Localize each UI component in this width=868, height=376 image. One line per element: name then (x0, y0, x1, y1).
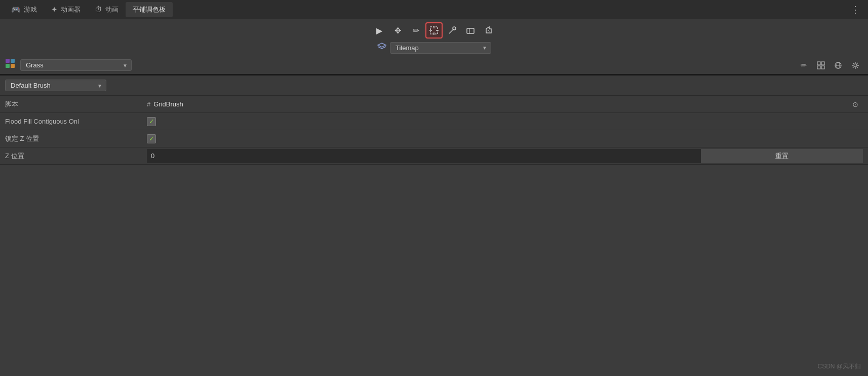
edit-brush-button[interactable]: ✏ (796, 58, 811, 72)
svg-rect-15 (821, 62, 824, 65)
script-row: 脚本 # GridBrush ⊙ (0, 96, 868, 113)
svg-marker-9 (378, 43, 386, 47)
lock-z-checkbox[interactable]: ✓ (147, 134, 156, 143)
tilemap-row: Tilemap ▼ (377, 42, 491, 54)
select-tool-button[interactable]: ▶ (371, 22, 388, 39)
flood-fill-value: ✓ (147, 117, 863, 126)
tab-tilemap-label: 平铺调色板 (133, 5, 166, 14)
svg-rect-14 (817, 62, 820, 65)
tab-animation-label: 动画 (105, 5, 119, 14)
lock-z-label: 锁定 Z 位置 (5, 134, 147, 143)
script-value: # GridBrush (147, 100, 848, 108)
grid-view-icon (817, 61, 825, 69)
pick-tool-button[interactable] (444, 22, 461, 39)
brush-palette-icon (5, 58, 16, 72)
svg-rect-13 (11, 64, 15, 68)
tab-animator[interactable]: ✦ 动画器 (44, 2, 88, 17)
tab-tilemap[interactable]: 平铺调色板 (126, 2, 173, 17)
grid-view-button[interactable] (813, 58, 828, 72)
brush-dropdown-row: Default Brush ▼ (0, 76, 868, 96)
svg-rect-11 (11, 59, 15, 63)
pick-icon (448, 26, 457, 35)
flood-fill-label: Flood Fill Contiguous Onl (5, 118, 147, 125)
tab-animator-label: 动画器 (61, 5, 81, 14)
rect-select-icon (429, 26, 439, 35)
fill-tool-button[interactable] (480, 22, 497, 39)
tab-game[interactable]: 🎮 游戏 (4, 2, 44, 17)
script-label: 脚本 (5, 100, 147, 109)
brush-header: Grass ▼ ✏ (0, 56, 868, 74)
move-tool-button[interactable]: ✥ (389, 22, 406, 39)
z-pos-input[interactable] (147, 149, 701, 163)
settings-icon (851, 61, 859, 69)
flood-fill-checkbox[interactable]: ✓ (147, 117, 156, 126)
toolbar: ▶ ✥ ✏ (0, 19, 868, 56)
brush-header-actions: ✏ (796, 58, 863, 72)
default-brush-wrapper[interactable]: Default Brush ▼ (5, 80, 106, 91)
tilemap-select[interactable]: Tilemap (390, 42, 491, 54)
grass-select-wrapper[interactable]: Grass ▼ (20, 59, 132, 71)
grass-select[interactable]: Grass (20, 59, 132, 71)
fill-icon (484, 26, 493, 35)
paint-tool-button[interactable]: ✏ (407, 22, 424, 39)
tab-game-label: 游戏 (24, 5, 37, 14)
z-pos-reset-button[interactable]: 重置 (701, 149, 863, 163)
z-pos-row: Z 位置 重置 (0, 147, 868, 165)
layers-icon (377, 42, 387, 54)
script-name: GridBrush (153, 100, 183, 108)
svg-rect-10 (6, 59, 10, 63)
flood-fill-row: Flood Fill Contiguous Onl ✓ (0, 113, 868, 130)
svg-point-6 (453, 27, 456, 30)
properties-panel: Default Brush ▼ 脚本 # GridBrush ⊙ Flood F… (0, 74, 868, 165)
svg-rect-16 (817, 66, 820, 69)
globe-icon (834, 61, 842, 69)
settings-button[interactable] (848, 58, 863, 72)
erase-icon (466, 26, 475, 35)
top-bar: 🎮 游戏 ✦ 动画器 ⏱ 动画 平铺调色板 ⋮ (0, 0, 868, 19)
default-brush-select[interactable]: Default Brush (5, 80, 106, 91)
animator-icon: ✦ (51, 5, 58, 14)
rect-select-tool-button[interactable] (425, 22, 443, 39)
watermark: CSDN @风不归 (817, 362, 861, 371)
svg-rect-7 (467, 28, 474, 33)
script-hash: # (147, 100, 150, 108)
tilemap-select-wrapper[interactable]: Tilemap ▼ (390, 42, 491, 54)
svg-rect-17 (821, 66, 824, 69)
lock-z-value: ✓ (147, 134, 863, 143)
more-button[interactable]: ⋮ (847, 2, 864, 17)
tab-animation[interactable]: ⏱ 动画 (88, 2, 126, 17)
script-target-button[interactable]: ⊙ (848, 97, 863, 111)
erase-tool-button[interactable] (462, 22, 479, 39)
game-icon: 🎮 (11, 5, 21, 14)
svg-point-21 (854, 64, 857, 67)
globe-button[interactable] (831, 58, 846, 72)
tool-buttons: ▶ ✥ ✏ (371, 22, 497, 39)
z-pos-label: Z 位置 (5, 152, 147, 161)
lock-z-row: 锁定 Z 位置 ✓ (0, 130, 868, 147)
svg-rect-12 (6, 64, 10, 68)
animation-icon: ⏱ (95, 5, 102, 14)
